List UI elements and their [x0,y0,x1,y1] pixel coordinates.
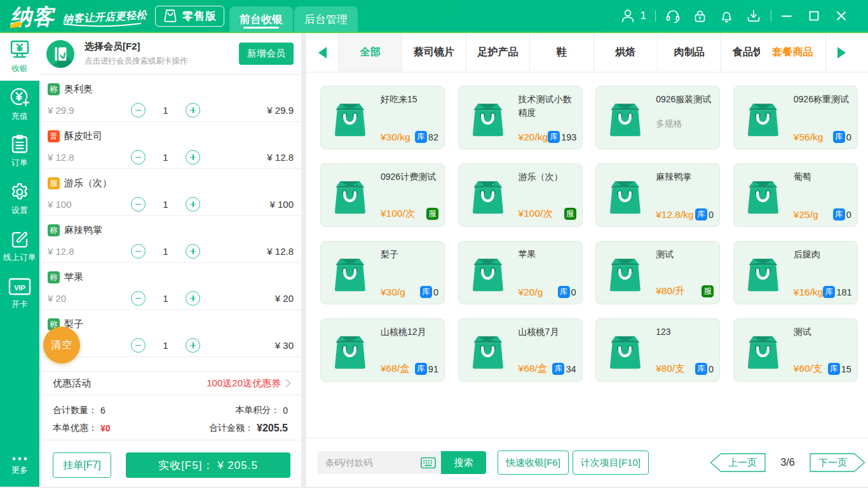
stock-count: 34 [566,364,576,374]
counting-item-button[interactable]: 计次项目[F10] [573,451,649,475]
product-card[interactable]: 技术测试小数精度¥20/kg库193 [458,86,583,149]
cart-item-row: 称麻辣鸭掌¥ 12.81¥ 12.8 [39,216,301,263]
promo-row[interactable]: 优惠活动 100送20送优惠券 [39,371,301,395]
page-indicator: 3/6 [766,457,810,468]
categories-scroll-right-button[interactable] [825,33,857,72]
lock-button[interactable] [692,8,708,24]
minimize-button[interactable] [780,10,793,22]
product-card[interactable]: 后腿肉¥16/kg库181 [733,241,858,304]
product-name: 游乐（次） [519,170,577,184]
product-card[interactable]: 0926称重测试¥56/kg库0 [733,86,858,149]
item-total: ¥ 100 [269,199,294,210]
item-type-tag: 服 [48,177,60,189]
decrease-qty-button[interactable] [131,150,146,165]
decrease-qty-button[interactable] [131,338,146,353]
item-total: ¥ 12.8 [267,246,294,257]
sidebar-item-5[interactable]: 线上订单 [0,222,39,270]
product-card[interactable]: 0926计费测试¥100/次服 [320,163,445,227]
product-card[interactable]: 好吃来15¥30/kg库82 [320,86,445,149]
product-card[interactable]: 123¥80/支库0 [595,318,720,382]
slogan-underline [63,23,142,28]
category-tab-4[interactable]: 鞋 [529,33,593,72]
download-button[interactable] [745,8,762,24]
product-card[interactable]: 麻辣鸭掌¥12.8/kg库0 [595,163,720,227]
product-bag-icon [470,179,505,217]
hold-order-button[interactable]: 挂单[F7] [53,452,111,478]
category-tab-5[interactable]: 烘焙 [593,33,657,72]
sidebar-more-button[interactable]: 更多 [0,447,39,484]
stock-badge: 库 [420,286,432,298]
item-type-tag: 称 [48,83,60,95]
product-grid: 好吃来15¥30/kg库82技术测试小数精度¥20/kg库1930926服装测试… [306,72,868,382]
sidebar-item-6[interactable]: VIP开卡 [0,270,39,318]
decrease-qty-button[interactable] [131,244,146,259]
checkout-button[interactable]: 实收[F5]： ¥ 205.5 [126,452,290,478]
barcode-input[interactable] [325,458,408,468]
edition-button[interactable]: 零售版 [155,6,224,27]
nav-tab-2[interactable]: 后台管理 [294,6,358,32]
chevron-right-icon [283,379,292,388]
decrease-qty-button[interactable] [131,103,146,118]
notifications-button[interactable] [719,8,735,24]
sidebar-item-1[interactable]: 收银 [0,33,39,81]
member-card-icon[interactable] [46,40,74,68]
product-card[interactable]: 测试¥80/升服 [595,241,720,304]
minimize-icon [780,10,793,22]
next-page-button[interactable]: 下一页 [810,453,865,472]
product-bag-icon [745,256,780,294]
sidebar: 收银充值订单设置线上订单VIP开卡更多 [0,33,39,487]
sidebar-item-2[interactable]: 充值 [0,81,39,128]
category-tab-pinned[interactable]: 套餐商品 [760,33,825,72]
increase-qty-button[interactable] [186,291,200,306]
cart-actions: 挂单[F7] 实收[F5]： ¥ 205.5 [39,440,301,487]
sidebar-item-label: 收银 [11,64,28,74]
increase-qty-button[interactable] [186,338,200,353]
category-tab-3[interactable]: 足护产品 [466,33,529,72]
product-card[interactable]: 梨子¥30/g库0 [320,241,445,304]
prev-page-button[interactable]: 上一页 [710,453,766,472]
increase-qty-button[interactable] [186,197,200,212]
quick-cashier-button[interactable]: 快速收银[F6] [498,451,569,475]
maximize-button[interactable] [808,10,820,22]
sidebar-item-4[interactable]: 设置 [0,175,39,223]
download-icon [745,8,762,24]
member-select[interactable]: 选择会员[F2] 点击进行会员搜索或刷卡操作 [85,41,188,67]
logged-in-users[interactable]: 1 [620,8,646,24]
support-button[interactable] [665,8,681,24]
product-card[interactable]: 山核桃12月¥68/盒库91 [320,318,445,382]
category-tab-1[interactable]: 全部 [338,33,402,72]
keyboard-icon[interactable] [421,457,436,469]
service-badge: 服 [702,285,714,297]
sidebar-item-3[interactable]: 订单 [0,128,39,175]
sidebar-item-label: 开卡 [11,299,28,310]
nav-tab-1[interactable]: 前台收银 [229,6,293,32]
product-card[interactable]: 测试¥60/支库15 [733,318,858,382]
categories-scroll-left-button[interactable] [306,33,338,72]
add-member-button[interactable]: 新增会员 [239,43,294,65]
increase-qty-button[interactable] [186,103,200,118]
close-button[interactable] [835,10,848,22]
product-card[interactable]: 游乐（次）¥100/次服 [458,163,583,227]
search-button[interactable]: 搜索 [441,451,486,474]
category-tab-2[interactable]: 蔡司镜片 [402,33,465,72]
stock-badge: 库 [548,131,560,143]
product-price: ¥56/kg [794,132,824,143]
cart-item-row: 称苹果¥ 201¥ 20 [39,263,301,310]
promo-value: 100送20送优惠券 [207,377,281,390]
clear-cart-button[interactable]: 清空 [43,327,80,363]
product-card[interactable]: 苹果¥20/g库0 [458,241,583,304]
decrease-qty-button[interactable] [131,197,146,212]
cart-item-row: 普酥皮吐司¥ 12.81¥ 12.8 [39,122,301,169]
category-tab-6[interactable]: 肉制品 [657,33,721,72]
increase-qty-button[interactable] [186,244,200,259]
app-body: 收银充值订单设置线上订单VIP开卡更多 选择会员[F2] 点击进行会员搜索或刷卡… [0,33,868,487]
stock-count: 0 [709,364,714,374]
increase-qty-button[interactable] [186,150,200,165]
order-summary: 合计数量： 6 本单积分： 0 本单优惠： ¥0 合计金额： ¥205.5 [39,395,301,440]
item-unit-price: ¥ 29.9 [48,105,131,116]
cart-panel: 选择会员[F2] 点击进行会员搜索或刷卡操作 新增会员 称奥利奥¥ 29.91¥… [39,33,301,487]
decrease-qty-button[interactable] [131,291,146,306]
product-card[interactable]: 0926服装测试多规格 [595,86,720,149]
product-card[interactable]: 山核桃7月¥68/盒库34 [458,318,583,382]
product-card[interactable]: 葡萄¥25/g库0 [733,163,858,227]
